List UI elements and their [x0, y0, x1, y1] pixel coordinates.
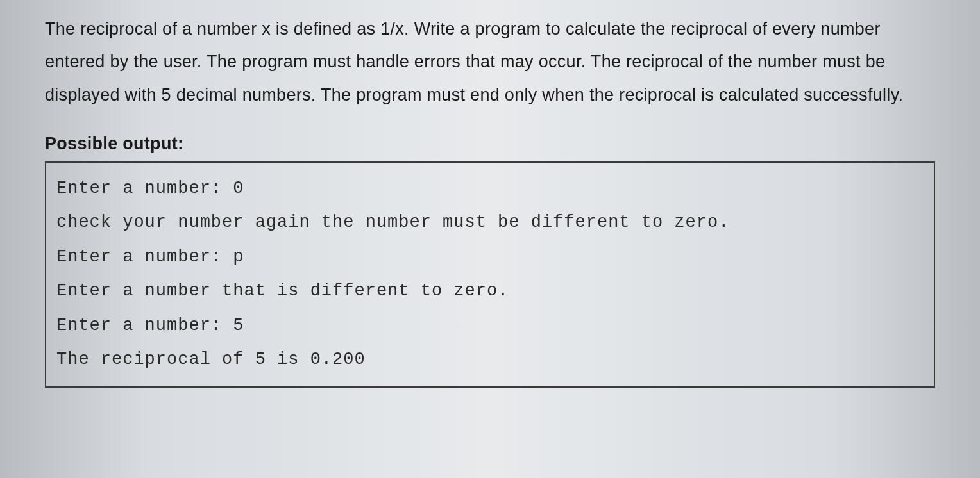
output-line: Enter a number: p: [56, 240, 924, 274]
output-line: Enter a number: 0: [56, 172, 924, 206]
problem-description: The reciprocal of a number x is defined …: [45, 13, 935, 111]
output-line: The reciprocal of 5 is 0.200: [56, 343, 924, 377]
output-label: Possible output:: [45, 134, 935, 154]
output-line: check your number again the number must …: [56, 206, 924, 240]
output-line: Enter a number: 5: [56, 309, 924, 343]
output-line: Enter a number that is different to zero…: [56, 274, 924, 308]
output-box: Enter a number: 0 check your number agai…: [45, 161, 935, 388]
